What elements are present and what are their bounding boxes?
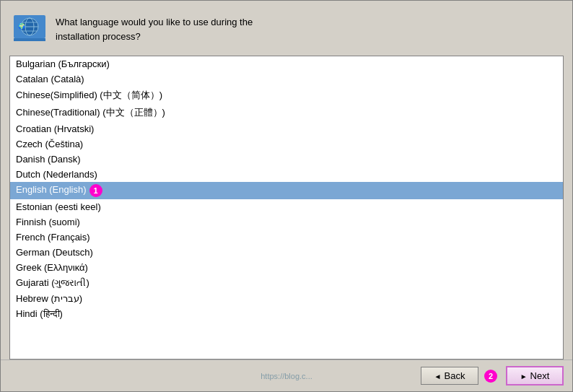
list-item[interactable]: Gujarati (ગુજરાતી) [10,275,563,291]
language-label: French (Français) [16,232,90,243]
language-label: Catalan (Català) [16,74,84,84]
footer: https://blog.c... Back 2 Next [1,360,572,391]
back-arrow-icon [434,370,442,381]
list-item[interactable]: Hebrew (עברית) [10,291,563,306]
list-item[interactable]: Bulgarian (Български) [10,56,563,71]
language-label: Danish (Dansk) [16,154,81,165]
list-item[interactable]: Chinese(Simplified) (中文（简体）) [10,87,563,104]
language-label: Estonian (eesti keel) [16,201,101,212]
language-label: Finnish (suomi) [16,217,80,227]
list-item[interactable]: Danish (Dansk) [10,152,563,167]
list-item[interactable]: Chinese(Traditional) (中文（正體）) [10,104,563,121]
list-item[interactable]: Hindi (हिन्दी) [10,306,563,322]
language-label: Croatian (Hrvatski) [16,123,94,134]
svg-rect-6 [14,38,45,41]
list-item[interactable]: Catalan (Català) [10,71,563,87]
list-item[interactable]: French (Français) [10,230,563,245]
language-label: Gujarati (ગુજરાતી) [16,277,89,288]
list-item[interactable]: Estonian (eesti keel) [10,199,563,214]
next-arrow-icon [520,370,528,381]
list-item[interactable]: English (English)1 [10,182,563,199]
language-list-container: Bulgarian (Български)Catalan (Català)Chi… [9,56,564,360]
list-item[interactable]: Finnish (suomi) [10,214,563,230]
globe-icon: 🌍 [12,12,47,47]
language-label: Dutch (Nederlands) [16,169,97,180]
language-label: Hebrew (עברית) [16,293,82,304]
list-item[interactable]: German (Deutsch) [10,245,563,260]
language-label: Chinese(Simplified) (中文（简体）) [16,90,162,100]
header: 🌍 What language would you like to use du… [1,1,572,56]
next-badge: 2 [484,370,497,383]
language-list[interactable]: Bulgarian (Български)Catalan (Català)Chi… [10,56,563,359]
next-label: Next [530,370,550,381]
header-question: What language would you like to use duri… [56,12,253,43]
back-label: Back [445,370,465,381]
list-item[interactable]: Croatian (Hrvatski) [10,121,563,136]
next-button[interactable]: Next [506,366,564,386]
language-label: German (Deutsch) [16,247,93,258]
selected-badge: 1 [89,184,102,197]
language-label: Chinese(Traditional) (中文（正體）) [16,107,165,118]
language-label: English (English) [16,184,87,195]
watermark: https://blog.c... [261,372,312,380]
installer-window: 🌍 What language would you like to use du… [0,0,573,392]
list-item[interactable]: Greek (Ελληνικά) [10,260,563,275]
language-label: Bulgarian (Български) [16,58,110,69]
language-list-section: Bulgarian (Български)Catalan (Català)Chi… [1,56,572,360]
language-label: Czech (Čeština) [16,139,83,149]
back-button[interactable]: Back [421,367,478,385]
list-item[interactable]: Czech (Čeština) [10,136,563,152]
svg-text:🌍: 🌍 [18,22,25,30]
list-item[interactable]: Dutch (Nederlands) [10,167,563,182]
language-label: Hindi (हिन्दी) [16,308,63,319]
language-label: Greek (Ελληνικά) [16,262,88,273]
